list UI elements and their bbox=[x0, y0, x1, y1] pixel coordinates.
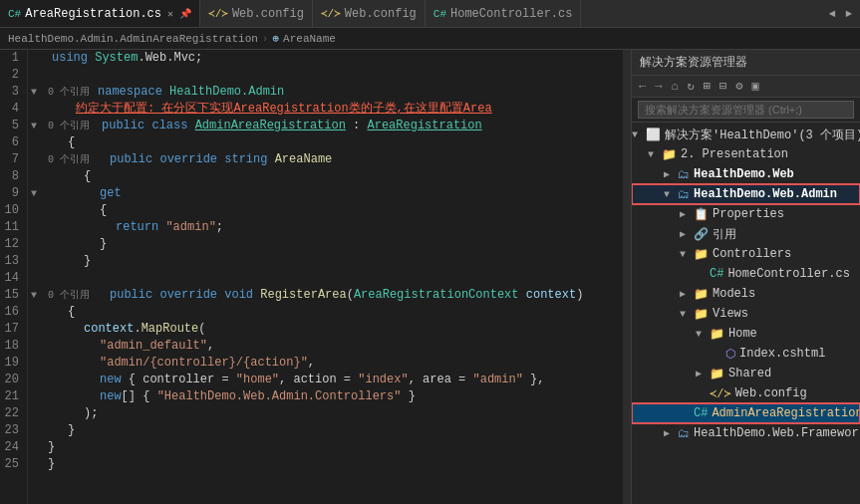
xml-icon: ≺/≻ bbox=[321, 7, 341, 20]
se-toolbar: ← → ⌂ ↻ ⊞ ⊟ ⚙ ▣ bbox=[632, 76, 860, 98]
folder-icon: 📁 bbox=[694, 247, 709, 262]
tab-area-registration[interactable]: C# AreaRegistration.cs ✕ 📌 bbox=[0, 0, 200, 27]
project-icon: 🗂 bbox=[678, 426, 690, 441]
folder-icon: 📁 bbox=[662, 147, 677, 162]
tree-healthdemo-web[interactable]: ▶ 🗂 HealthDemo.Web bbox=[632, 164, 860, 184]
breadcrumb-part-2[interactable]: AreaName bbox=[283, 33, 336, 45]
code-line-14 bbox=[48, 270, 623, 287]
code-line-23: } bbox=[48, 422, 623, 439]
se-expand-btn[interactable]: ⊞ bbox=[701, 78, 714, 95]
folder-icon: 📁 bbox=[710, 367, 724, 381]
breadcrumb-symbol: ⊕ bbox=[272, 32, 279, 45]
tree-arrow: ▼ bbox=[680, 309, 694, 320]
cs-icon: C# bbox=[710, 267, 723, 281]
code-line-7: 0 个引用 public override string AreaName bbox=[48, 151, 623, 168]
breadcrumb-part-1[interactable]: HealthDemo.Admin.AdminAreaRegistration bbox=[8, 33, 258, 45]
tab-label: AreaRegistration.cs bbox=[25, 7, 161, 21]
html-icon: ⬡ bbox=[725, 347, 735, 362]
solution-label: 解决方案'HealthDemo'(3 个项目) bbox=[665, 126, 860, 143]
se-refresh-btn[interactable]: ↻ bbox=[685, 78, 698, 95]
code-line-22: ); bbox=[48, 405, 623, 422]
healthdemo-web-admin-label: HealthDemo.Web.Admin bbox=[694, 187, 837, 201]
line-numbers: 12345 678910 1112131415 1617181920 21222… bbox=[0, 50, 28, 504]
fold-gutter: ▼ ▼ ▼ ▼ bbox=[28, 50, 40, 504]
tree-properties[interactable]: ▶ 📋 Properties bbox=[632, 204, 860, 224]
tree-solution-root[interactable]: ▼ ⬜ 解决方案'HealthDemo'(3 个项目) bbox=[632, 125, 860, 144]
se-home-btn[interactable]: ⌂ bbox=[668, 79, 681, 95]
tab-scroll-right[interactable]: ► bbox=[841, 6, 856, 22]
tree-arrow: ▼ bbox=[664, 189, 678, 200]
code-line-5: 0 个引用 public class AdminAreaRegistration… bbox=[48, 118, 623, 134]
ref-icon: 🔗 bbox=[694, 227, 709, 242]
se-preview-btn[interactable]: ▣ bbox=[749, 78, 762, 95]
code-line-8: { bbox=[48, 168, 623, 185]
healthdemo-web-framework-label: HealthDemo.Web.Framework bbox=[694, 426, 860, 440]
tab-label: Web.config bbox=[345, 7, 417, 21]
tree-arrow: ▶ bbox=[664, 168, 678, 180]
controllers-label: Controllers bbox=[713, 247, 791, 261]
se-forward-btn[interactable]: → bbox=[652, 79, 665, 95]
code-line-2 bbox=[48, 67, 623, 84]
tree-models[interactable]: ▶ 📁 Models bbox=[632, 284, 860, 304]
tree-views[interactable]: ▼ 📁 Views bbox=[632, 304, 860, 324]
shared-label: Shared bbox=[728, 367, 771, 380]
code-line-9: get bbox=[48, 185, 623, 202]
tree-references[interactable]: ▶ 🔗 引用 bbox=[632, 224, 860, 244]
cs-icon: C# bbox=[433, 8, 446, 20]
tab-close-btn[interactable]: ✕ bbox=[165, 7, 175, 21]
tree-home-folder[interactable]: ▼ 📁 Home bbox=[632, 324, 860, 344]
tree-healthdemo-web-framework[interactable]: ▶ 🗂 HealthDemo.Web.Framework bbox=[632, 423, 860, 443]
tree-arrow: ▶ bbox=[664, 427, 678, 439]
se-search-bar bbox=[632, 98, 860, 123]
xml-icon: ≺/≻ bbox=[208, 7, 228, 20]
tab-pin[interactable]: 📌 bbox=[179, 8, 191, 20]
tree-controllers[interactable]: ▼ 📁 Controllers bbox=[632, 244, 860, 264]
tree-arrow: ▼ bbox=[680, 249, 694, 260]
code-line-17: context . MapRoute ( bbox=[48, 321, 623, 338]
code-editor[interactable]: 12345 678910 1112131415 1617181920 21222… bbox=[0, 50, 631, 504]
tree-arrow: ▼ bbox=[696, 329, 710, 340]
tree-index-cshtml[interactable]: ⬡ Index.cshtml bbox=[632, 344, 860, 364]
folder-icon: 📁 bbox=[710, 327, 724, 342]
code-line-16: { bbox=[48, 304, 623, 321]
se-title: 解决方案资源管理器 bbox=[632, 50, 860, 76]
vertical-scrollbar[interactable] bbox=[623, 50, 631, 504]
code-line-18: "admin_default" , bbox=[48, 338, 623, 355]
code-line-13: } bbox=[48, 253, 623, 270]
folder-icon: 📁 bbox=[694, 307, 709, 322]
tree-arrow: ▶ bbox=[680, 288, 694, 300]
cs-icon: C# bbox=[8, 8, 21, 20]
se-search-input[interactable] bbox=[638, 101, 854, 119]
se-back-btn[interactable]: ← bbox=[636, 79, 649, 95]
code-line-11: return "admin" ; bbox=[48, 219, 623, 236]
tree-home-controller[interactable]: C# HomeController.cs bbox=[632, 264, 860, 284]
se-collapse-btn[interactable]: ⊟ bbox=[717, 78, 729, 95]
tree-web-config-views[interactable]: ≺/≻ Web.config bbox=[632, 383, 860, 403]
tree-arrow: ▼ bbox=[632, 129, 646, 140]
code-line-25: } bbox=[48, 456, 623, 473]
tab-web-config-1[interactable]: ≺/≻ Web.config bbox=[200, 0, 313, 27]
se-settings-btn[interactable]: ⚙ bbox=[732, 78, 745, 95]
folder-icon: 📁 bbox=[694, 287, 709, 302]
code-line-3: 0 个引用 namespace HealthDemo.Admin bbox=[48, 84, 623, 101]
home-folder-label: Home bbox=[728, 327, 757, 341]
tree-shared[interactable]: ▶ 📁 Shared bbox=[632, 364, 860, 383]
tree-healthdemo-web-admin[interactable]: ▼ 🗂 HealthDemo.Web.Admin bbox=[632, 184, 860, 204]
tab-label: Web.config bbox=[232, 7, 304, 21]
xml-icon: ≺/≻ bbox=[710, 386, 731, 401]
code-content[interactable]: using System .Web.Mvc; 0 个引用 namespace H… bbox=[40, 50, 623, 504]
tree-admin-area-registration[interactable]: C# AdminAreaRegistration.cs bbox=[632, 403, 860, 423]
solution-icon: ⬜ bbox=[646, 127, 661, 142]
tab-scroll-left[interactable]: ◄ bbox=[825, 6, 840, 22]
properties-label: Properties bbox=[713, 207, 784, 221]
main-area: 12345 678910 1112131415 1617181920 21222… bbox=[0, 50, 860, 504]
references-label: 引用 bbox=[713, 226, 736, 243]
se-title-text: 解决方案资源管理器 bbox=[640, 56, 747, 70]
cs-icon: C# bbox=[694, 406, 708, 420]
tree-presentation[interactable]: ▼ 📁 2. Presentation bbox=[632, 144, 860, 164]
tab-home-controller[interactable]: C# HomeController.cs bbox=[426, 0, 582, 27]
code-line-6: { bbox=[48, 134, 623, 151]
tab-bar: C# AreaRegistration.cs ✕ 📌 ≺/≻ Web.confi… bbox=[0, 0, 860, 28]
presentation-label: 2. Presentation bbox=[681, 147, 788, 161]
tab-web-config-2[interactable]: ≺/≻ Web.config bbox=[313, 0, 426, 27]
